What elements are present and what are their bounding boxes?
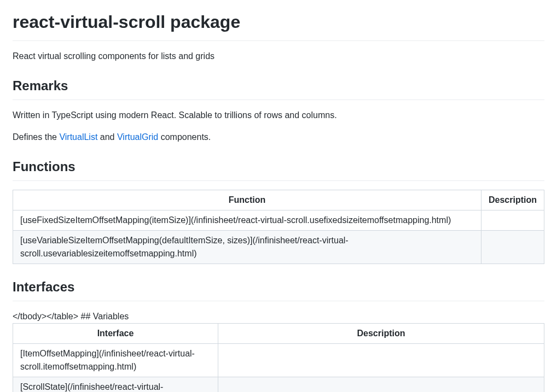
interfaces-heading: Interfaces bbox=[13, 277, 544, 301]
functions-table: Function Description [useFixedSizeItemOf… bbox=[13, 190, 544, 264]
description-cell bbox=[481, 210, 544, 230]
table-row: [useFixedSizeItemOffsetMapping(itemSize)… bbox=[13, 210, 544, 230]
function-cell: [useFixedSizeItemOffsetMapping(itemSize)… bbox=[13, 210, 481, 230]
remarks-line1: Written in TypeScript using modern React… bbox=[13, 109, 544, 122]
interface-cell: [ItemOffsetMapping](/infinisheet/react-v… bbox=[13, 344, 218, 377]
functions-heading: Functions bbox=[13, 157, 544, 181]
description-cell bbox=[481, 230, 544, 264]
function-cell: [useVariableSizeItemOffsetMapping(defaul… bbox=[13, 230, 481, 264]
table-row: [ItemOffsetMapping](/infinisheet/react-v… bbox=[13, 344, 544, 377]
intro-text: React virtual scrolling components for l… bbox=[13, 50, 544, 63]
description-cell bbox=[218, 377, 544, 392]
interfaces-table: Interface Description [ItemOffsetMapping… bbox=[13, 323, 544, 392]
virtuallist-link[interactable]: VirtualList bbox=[59, 132, 97, 142]
functions-col-function: Function bbox=[13, 190, 481, 210]
defines-prefix: Defines the bbox=[13, 132, 59, 142]
interfaces-col-interface: Interface bbox=[13, 324, 218, 344]
functions-col-description: Description bbox=[481, 190, 544, 210]
defines-suffix: components. bbox=[158, 132, 211, 142]
table-row: [ScrollState](/infinisheet/react-virtual… bbox=[13, 377, 544, 392]
remarks-heading: Remarks bbox=[13, 76, 544, 100]
virtualgrid-link[interactable]: VirtualGrid bbox=[117, 132, 158, 142]
interface-cell: [ScrollState](/infinisheet/react-virtual… bbox=[13, 377, 218, 392]
defines-between: and bbox=[97, 132, 117, 142]
table-row: [useVariableSizeItemOffsetMapping(defaul… bbox=[13, 230, 544, 264]
page-title: react-virtual-scroll package bbox=[13, 0, 544, 41]
stray-markup-text: </tbody></table> ## Variables bbox=[13, 312, 129, 321]
description-cell bbox=[218, 344, 544, 377]
remarks-defines: Defines the VirtualList and VirtualGrid … bbox=[13, 131, 544, 144]
interfaces-col-description: Description bbox=[218, 324, 544, 344]
